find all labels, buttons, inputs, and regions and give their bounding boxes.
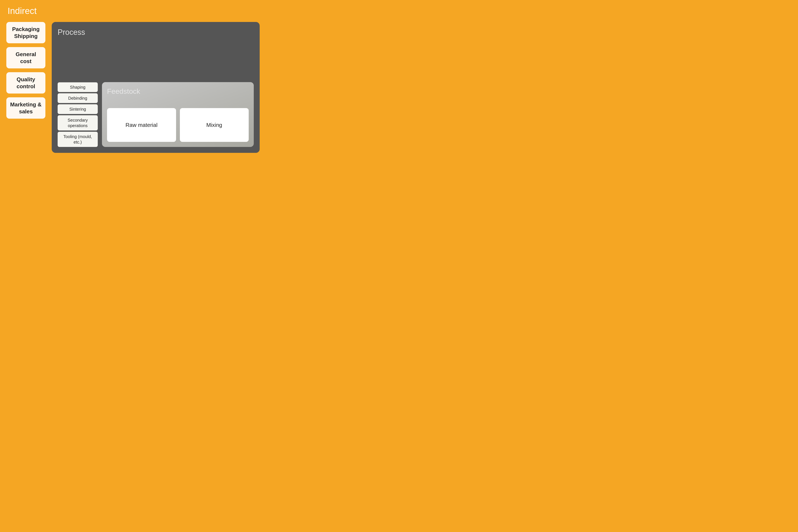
feedstock-card-mixing[interactable]: Mixing — [180, 108, 249, 142]
process-box: Process ShapingDebindingSinteringSeconda… — [52, 22, 260, 153]
feedstock-box: Feedstock Raw materialMixing — [102, 82, 254, 147]
sidebar-card-marketing-sales[interactable]: Marketing & sales — [6, 97, 45, 119]
feedstock-cards: Raw materialMixing — [107, 108, 249, 142]
step-card-shaping[interactable]: Shaping — [58, 82, 98, 92]
process-inner: ShapingDebindingSinteringSecondary opera… — [58, 45, 254, 147]
sidebar-card-packaging-shipping[interactable]: Packaging Shipping — [6, 22, 45, 43]
step-card-tooling[interactable]: Tooling (mould, etc.) — [58, 132, 98, 147]
main-layout: Packaging ShippingGeneral costQuality co… — [0, 22, 266, 159]
page-title: Indirect — [0, 0, 266, 22]
feedstock-title: Feedstock — [107, 87, 249, 108]
step-card-secondary-operations[interactable]: Secondary operations — [58, 115, 98, 131]
process-title: Process — [58, 28, 254, 37]
sidebar-card-general-cost[interactable]: General cost — [6, 47, 45, 69]
step-card-sintering[interactable]: Sintering — [58, 104, 98, 114]
steps-column: ShapingDebindingSinteringSecondary opera… — [58, 82, 98, 147]
step-card-debinding[interactable]: Debinding — [58, 93, 98, 103]
sidebar-card-quality-control[interactable]: Quality control — [6, 72, 45, 94]
feedstock-card-raw-material[interactable]: Raw material — [107, 108, 176, 142]
sidebar: Packaging ShippingGeneral costQuality co… — [6, 22, 45, 119]
